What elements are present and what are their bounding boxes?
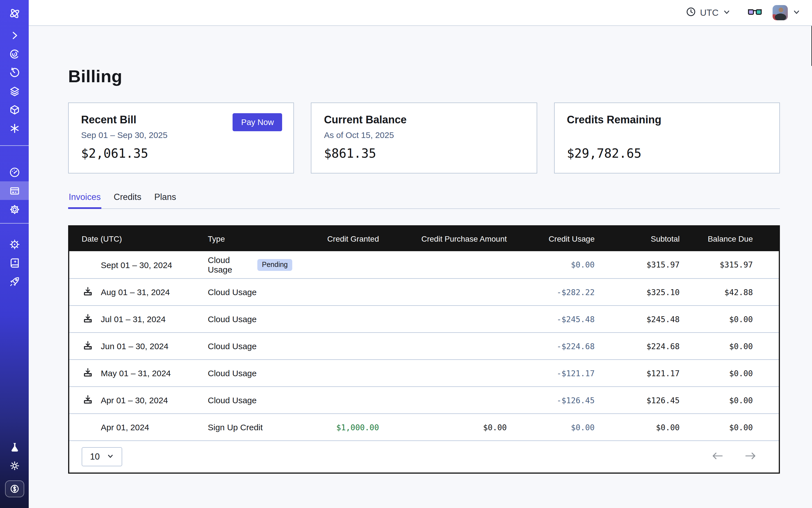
credits-remaining-amount: $29,782.65 xyxy=(567,146,767,161)
invoice-type: Cloud Usage xyxy=(208,287,256,297)
invoice-date: Apr 01 – 30, 2024 xyxy=(101,395,168,405)
credit-usage-value: -$126.45 xyxy=(507,396,595,405)
subtotal-value: $121.17 xyxy=(595,369,680,378)
page-size-value: 10 xyxy=(90,452,100,462)
recent-bill-card: Recent Bill Sep 01 – Sep 30, 2025 $2,061… xyxy=(68,102,294,173)
invoice-date-cell: Sept 01 – 30, 2024 xyxy=(82,260,208,269)
invoice-type-cell: Cloud Usage xyxy=(208,395,292,405)
download-invoice-button[interactable] xyxy=(83,367,93,379)
recent-bill-amount: $2,061.35 xyxy=(81,146,281,161)
previous-page-button[interactable] xyxy=(712,452,724,462)
summary-cards: Recent Bill Sep 01 – Sep 30, 2025 $2,061… xyxy=(68,102,780,173)
download-icon xyxy=(83,286,93,298)
table-row: Apr 01 – 30, 2024Cloud Usage-$126.45$126… xyxy=(69,386,779,413)
table-row: Aug 01 – 31, 2024Cloud Usage-$282.22$325… xyxy=(69,278,779,305)
download-invoice-button[interactable] xyxy=(83,340,93,352)
table-pagination: 10 xyxy=(69,440,779,472)
download-slot xyxy=(82,367,101,379)
flask-icon xyxy=(9,441,20,453)
invoice-date-cell: Aug 01 – 31, 2024 xyxy=(82,286,208,298)
billing-page: Billing Recent Bill Sep 01 – Sep 30, 202… xyxy=(29,66,812,508)
sidebar-item-settings[interactable] xyxy=(0,200,29,218)
balance-due-value: $42.88 xyxy=(680,288,753,297)
page-size-select[interactable]: 10 xyxy=(82,447,122,466)
invoice-type: Cloud Usage xyxy=(208,314,256,324)
sidebar-item-docs[interactable] xyxy=(0,253,29,272)
invoice-type: Cloud Usage xyxy=(208,341,256,351)
main-area: UTC xyxy=(29,0,812,508)
chevron-right-icon xyxy=(9,30,20,41)
sidebar-item-history[interactable] xyxy=(0,63,29,82)
book-icon xyxy=(9,257,20,268)
tab-credits[interactable]: Credits xyxy=(113,192,142,209)
table-row: Jul 01 – 31, 2024Cloud Usage-$245.48$245… xyxy=(69,305,779,332)
credits-remaining-card: Credits Remaining $29,782.65 xyxy=(554,102,780,173)
invoice-date: Sept 01 – 30, 2024 xyxy=(101,260,172,269)
invoice-date-cell: May 01 – 31, 2024 xyxy=(82,367,208,379)
card-subtitle xyxy=(567,130,767,140)
gauge-icon xyxy=(9,166,20,178)
invoice-type-cell: Cloud Usage xyxy=(208,287,292,297)
download-invoice-button[interactable] xyxy=(83,286,93,298)
sidebar-item-expand[interactable] xyxy=(0,26,29,44)
download-slot xyxy=(82,313,101,325)
column-header: Credit Usage xyxy=(507,234,595,243)
credit-usage-value: -$224.68 xyxy=(507,342,595,350)
next-page-button[interactable] xyxy=(744,452,756,462)
timezone-label: UTC xyxy=(700,8,719,18)
avatar xyxy=(773,5,788,20)
card-subtitle: As of Oct 15, 2025 xyxy=(324,130,524,140)
timezone-selector[interactable]: UTC xyxy=(686,7,730,18)
chevron-down-icon xyxy=(723,8,730,17)
sidebar-item-billing[interactable] xyxy=(0,181,29,200)
balance-due-value: $0.00 xyxy=(680,369,753,378)
table-header: Date (UTC) Type Credit Granted Credit Pu… xyxy=(69,226,779,251)
subtotal-value: $245.48 xyxy=(595,314,680,324)
sidebar-item-launch[interactable] xyxy=(0,272,29,291)
balance-due-value: $0.00 xyxy=(680,423,753,432)
tab-invoices[interactable]: Invoices xyxy=(68,192,101,209)
invoice-date-cell: Apr 01 – 30, 2024 xyxy=(82,394,208,406)
cube-icon xyxy=(9,104,20,115)
sidebar-item-asterisk[interactable] xyxy=(0,119,29,137)
subtotal-value: $224.68 xyxy=(595,342,680,350)
history-icon xyxy=(9,67,20,78)
column-header: Subtotal xyxy=(595,234,680,243)
subtotal-value: $315.97 xyxy=(595,260,680,269)
asterisk-icon xyxy=(9,123,20,134)
glasses-icon xyxy=(748,7,762,18)
column-header: Type xyxy=(208,234,292,243)
invoice-date-cell: Jul 01 – 31, 2024 xyxy=(82,313,208,325)
sidebar-item-cube[interactable] xyxy=(0,100,29,119)
account-menu-chevron[interactable] xyxy=(793,8,800,17)
clock-icon xyxy=(686,7,696,18)
balance-due-value: $315.97 xyxy=(680,260,753,269)
billing-icon xyxy=(9,185,20,196)
sidebar-item-theme[interactable] xyxy=(0,456,29,475)
invoice-date-cell: Apr 01, 2024 xyxy=(82,422,208,432)
reader-mode-button[interactable] xyxy=(748,7,762,18)
pay-now-button[interactable]: Pay Now xyxy=(233,113,283,131)
sidebar-item-observe[interactable] xyxy=(0,44,29,63)
column-header: Date (UTC) xyxy=(82,234,208,243)
billing-tabs: Invoices Credits Plans xyxy=(68,192,780,209)
sidebar-item-helm[interactable] xyxy=(0,235,29,253)
topbar: UTC xyxy=(29,0,812,26)
download-slot xyxy=(82,286,101,298)
invoices-table: Date (UTC) Type Credit Granted Credit Pu… xyxy=(68,225,780,474)
table-row: May 01 – 31, 2024Cloud Usage-$121.17$121… xyxy=(69,359,779,386)
account-menu[interactable] xyxy=(773,5,788,20)
subtotal-value: $325.10 xyxy=(595,288,680,297)
tab-plans[interactable]: Plans xyxy=(154,192,177,209)
observe-icon xyxy=(9,48,20,59)
download-invoice-button[interactable] xyxy=(83,394,93,406)
sidebar-item-credits[interactable] xyxy=(5,480,24,497)
card-title: Credits Remaining xyxy=(567,114,767,126)
credit-usage-value: -$282.22 xyxy=(507,288,595,297)
invoice-type-cell: Cloud UsagePending xyxy=(208,255,292,274)
sidebar-item-layers[interactable] xyxy=(0,82,29,100)
gear-icon xyxy=(9,204,20,215)
sidebar-item-labs[interactable] xyxy=(0,437,29,456)
sidebar-item-usage[interactable] xyxy=(0,163,29,181)
download-invoice-button[interactable] xyxy=(83,313,93,325)
